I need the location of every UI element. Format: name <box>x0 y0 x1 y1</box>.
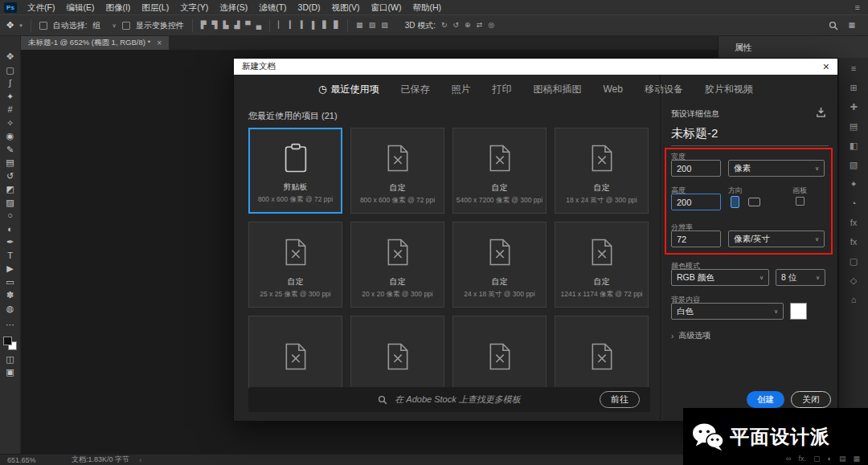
status-chevron-icon[interactable]: › <box>139 456 141 464</box>
document-tab[interactable]: 未标题-1 @ 652% (椭圆 1, RGB/8) * × <box>21 36 169 50</box>
properties-panel-tab[interactable]: 属性 <box>718 36 868 58</box>
options-icon[interactable]: ▨ <box>381 22 388 29</box>
bit-depth-dropdown[interactable]: 8 位 ∨ <box>776 269 825 286</box>
menu-item[interactable]: 帮助(H) <box>407 0 448 14</box>
menu-item[interactable]: 文字(Y) <box>174 0 214 14</box>
menu-item[interactable]: 图像(I) <box>100 0 136 14</box>
distribute-icon[interactable]: ▌ <box>312 22 317 29</box>
preset-tile[interactable]: 自定 25 x 25 像素 @ 300 ppi <box>248 222 342 308</box>
preset-tile[interactable]: 自定 800 x 600 像素 @ 72 ppi <box>350 128 444 214</box>
tool-button[interactable]: ◩ <box>6 185 14 194</box>
preset-tile-clipboard[interactable]: 剪贴板 800 x 600 像素 @ 72 ppi <box>248 128 342 214</box>
3d-mode-icon[interactable]: ↻ <box>441 22 448 29</box>
distribute-icon[interactable]: ▋ <box>322 22 328 29</box>
tool-button[interactable]: ○ <box>7 211 13 220</box>
tool-button[interactable]: ◐ <box>7 225 13 234</box>
width-input[interactable] <box>671 160 721 177</box>
dialog-tab[interactable]: Web <box>604 84 623 95</box>
dialog-tab[interactable]: ◷ 最近使用项 <box>318 83 379 96</box>
align-icon[interactable]: ▀ <box>245 22 250 29</box>
tool-button[interactable]: T <box>7 251 13 260</box>
tool-button[interactable]: ▭ <box>6 278 14 287</box>
dialog-close-icon[interactable]: × <box>823 61 829 72</box>
tool-button[interactable]: ▣ <box>6 368 14 377</box>
3d-mode-icon[interactable]: ⊕ <box>465 22 471 29</box>
menu-item[interactable]: 图层(L) <box>136 0 174 14</box>
distribute-icon[interactable]: ▎ <box>289 22 295 29</box>
stock-search-bar[interactable]: 在 Adobe Stock 上查找更多模板 前往 <box>248 387 650 412</box>
background-color-swatch[interactable] <box>790 303 807 320</box>
advanced-options-toggle[interactable]: › 高级选项 <box>671 330 710 341</box>
preset-tile[interactable]: 自定 20 x 20 像素 @ 300 ppi <box>350 222 444 308</box>
save-preset-icon[interactable] <box>816 107 826 117</box>
distribute-icon[interactable]: ▊ <box>334 22 339 29</box>
tool-button[interactable]: ✽ <box>6 291 14 300</box>
options-icon[interactable]: ▦ <box>356 22 363 29</box>
preset-tile[interactable]: 自定 24 x 18 英寸 @ 300 ppi <box>452 222 547 308</box>
panel-icon[interactable]: fx <box>850 218 858 227</box>
tool-button[interactable]: # <box>7 105 12 114</box>
color-mode-dropdown[interactable]: RGB 颜色 ∨ <box>671 269 769 286</box>
tool-button[interactable]: ◍ <box>6 304 14 313</box>
panel-icon[interactable]: ⊞ <box>850 84 857 92</box>
dialog-tab[interactable]: 图稿和插图 <box>534 83 582 96</box>
menu-item[interactable]: 窗口(W) <box>366 0 407 14</box>
background-dropdown[interactable]: 白色 ∨ <box>671 303 784 320</box>
height-input[interactable] <box>671 194 721 210</box>
3d-mode-icon[interactable]: ↺ <box>453 22 460 29</box>
preset-tile[interactable]: 自定 18 x 24 英寸 @ 300 ppi <box>555 128 649 214</box>
landscape-orientation-button[interactable] <box>746 194 763 210</box>
tool-button[interactable]: ✒ <box>6 238 14 247</box>
portrait-orientation-button[interactable] <box>727 194 743 210</box>
align-icon[interactable]: ▟ <box>234 22 240 29</box>
document-name-field[interactable]: 未标题-2 <box>671 126 718 141</box>
edit-toolbar-icon[interactable]: ⋯ <box>6 320 14 330</box>
tab-close-icon[interactable]: × <box>157 39 162 47</box>
show-transform-checkbox[interactable] <box>122 22 130 30</box>
panel-icon[interactable]: ▤ <box>850 122 858 131</box>
panel-menu-icon[interactable]: ≡ <box>855 2 860 12</box>
menu-item[interactable]: 选择(S) <box>214 0 253 14</box>
dialog-tab[interactable]: 照片 <box>452 83 471 96</box>
close-button[interactable]: 关闭 <box>791 391 831 408</box>
preset-tile[interactable]: 自定 5400 x 7200 像素 @ 300 ppi <box>452 128 547 214</box>
distribute-icon[interactable]: ▏ <box>278 22 284 29</box>
tool-button[interactable]: ʃ <box>9 79 10 88</box>
workspace-switcher-icon[interactable]: ▦ <box>848 22 855 29</box>
resolution-unit-dropdown[interactable]: 像素/英寸 ∨ <box>728 230 825 247</box>
tool-button[interactable]: ↺ <box>6 172 14 181</box>
tool-button[interactable]: ▨ <box>6 198 14 207</box>
auto-select-checkbox[interactable] <box>39 22 47 30</box>
3d-mode-icon[interactable]: ◎ <box>488 22 494 29</box>
move-tool-icon[interactable]: ✥ <box>6 20 14 31</box>
panel-icon[interactable]: ✦ <box>850 180 857 189</box>
tool-button[interactable]: ✧ <box>6 119 14 128</box>
panel-icon[interactable]: ◧ <box>850 141 858 150</box>
artboard-checkbox[interactable] <box>796 197 805 206</box>
menu-item[interactable]: 3D(D) <box>293 0 326 14</box>
go-button[interactable]: 前往 <box>600 391 640 408</box>
menu-item[interactable]: 编辑(E) <box>60 0 100 14</box>
dialog-tab[interactable]: 已保存 <box>401 83 430 96</box>
tool-button[interactable]: ▶ <box>6 264 13 273</box>
foreground-color-swatch[interactable] <box>3 337 12 345</box>
menu-item[interactable]: 滤镜(T) <box>253 0 292 14</box>
unit-dropdown[interactable]: 像素 ∨ <box>728 160 825 177</box>
align-icon[interactable]: ▜ <box>212 22 218 29</box>
panel-icon[interactable]: ⌂ <box>851 296 857 304</box>
tool-button[interactable]: ▢ <box>6 66 14 75</box>
panel-icon[interactable]: ▢ <box>850 257 858 266</box>
panel-icon[interactable]: ◔ <box>851 199 857 208</box>
panel-icon[interactable]: ▧ <box>850 161 858 169</box>
resolution-input[interactable] <box>671 230 721 247</box>
3d-mode-icon[interactable]: ⇄ <box>477 22 483 29</box>
align-icon[interactable]: ▛ <box>201 22 207 29</box>
search-icon[interactable] <box>829 21 838 31</box>
options-icon[interactable]: ▧ <box>369 22 376 29</box>
tool-button[interactable]: ✎ <box>6 145 14 154</box>
align-icon[interactable]: ▄ <box>256 22 261 29</box>
tool-button[interactable]: ✥ <box>6 52 14 61</box>
tool-button[interactable]: ◫ <box>6 355 14 364</box>
dialog-tab[interactable]: 打印 <box>493 83 512 96</box>
zoom-level[interactable]: 651.65% <box>7 456 72 464</box>
